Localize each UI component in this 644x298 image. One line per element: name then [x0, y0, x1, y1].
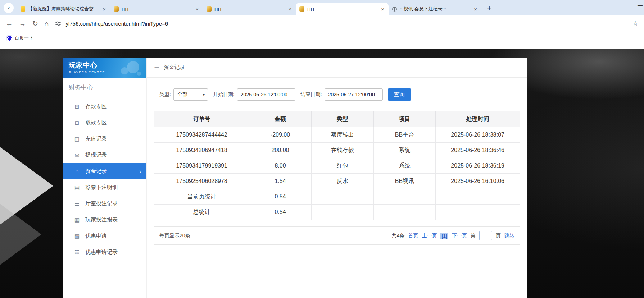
cell-type: 在线存款: [311, 143, 373, 158]
cell-order-id: 1750934206947418: [154, 143, 249, 158]
prev-page-link[interactable]: 上一页: [422, 233, 437, 239]
tab-hh-3[interactable]: HH ×: [296, 3, 389, 15]
cell-type: 红包: [311, 158, 373, 174]
recharge-records-icon: ◫: [74, 136, 80, 142]
start-date-input[interactable]: [237, 88, 295, 101]
sidebar: 玩家中心 PLAYERS CENTER 财务中心 ⊞ 存款专区 ⊟: [63, 58, 147, 298]
sidebar-item-funds-records[interactable]: ⌂ 资金记录 ›: [63, 163, 146, 179]
withdrawal-records-icon: ✉: [74, 152, 80, 159]
cell-amount: 1.54: [249, 174, 312, 189]
close-icon[interactable]: ×: [287, 6, 292, 12]
funds-records-table: 订单号 金额 类型 项目 处理时间: [154, 111, 520, 220]
type-select-value: 全部: [177, 91, 187, 98]
sidebar-item-label: 存款专区: [85, 103, 107, 110]
page-viewport: 玩家中心 PLAYERS CENTER 财务中心 ⊞ 存款专区 ⊟: [0, 45, 644, 298]
cell-time: 2025-06-26 18:36:46: [436, 143, 520, 158]
jump-suffix-label: 页: [496, 233, 501, 239]
sidebar-item-label: 取款专区: [85, 119, 107, 126]
cell-project: BB平台: [373, 127, 436, 143]
cell-project: 系统: [373, 158, 436, 174]
cell-amount: 0.54: [249, 189, 312, 205]
tab-hh-2[interactable]: HH ×: [203, 3, 296, 15]
sidebar-item-hall-bet-records[interactable]: ☰ 厅室投注记录: [63, 196, 146, 212]
table-row: 1750934179919391 8.00 红包 系统 2025-06-26 1…: [154, 158, 520, 174]
close-icon[interactable]: ×: [102, 6, 106, 12]
hamburger-icon: ☰: [154, 64, 159, 71]
tab-title: 【新提醒】海燕策略论坛综合交: [28, 6, 99, 12]
tab-title: HH: [307, 6, 377, 12]
column-header: 项目: [373, 111, 436, 127]
tab-hh-1[interactable]: HH ×: [110, 3, 203, 15]
cell-project: [373, 189, 436, 205]
forward-icon[interactable]: →: [19, 20, 26, 27]
sidebar-item-withdrawal-records[interactable]: ✉ 提现记录: [63, 147, 146, 163]
cell-type: 额度转出: [311, 127, 373, 143]
start-date-label: 开始日期:: [213, 91, 235, 98]
page-size-text: 每页显示20条: [159, 233, 190, 239]
sidebar-item-promo-apply[interactable]: ▧ 优惠申请: [63, 228, 146, 244]
sidebar-header: 玩家中心 PLAYERS CENTER: [63, 58, 146, 78]
reload-icon[interactable]: ↻: [32, 20, 38, 27]
column-header: 类型: [311, 111, 373, 127]
sidebar-item-recharge-records[interactable]: ◫ 充值记录: [63, 131, 146, 147]
sidebar-item-label: 资金记录: [85, 168, 107, 175]
minimize-button[interactable]: —: [638, 2, 643, 8]
cell-project: [373, 205, 436, 220]
cell-order-id: 1750925406028978: [154, 174, 249, 189]
sidebar-item-lottery-bet-details[interactable]: ▤ 彩票下注明细: [63, 179, 146, 196]
bookmark-label: 百度一下: [15, 35, 33, 41]
cell-amount: 8.00: [249, 158, 312, 174]
promo-apply-records-icon: ☷: [74, 249, 80, 256]
sidebar-item-deposit-area[interactable]: ⊞ 存款专区: [63, 98, 146, 115]
bookmark-baidu[interactable]: 百度一下: [4, 34, 36, 42]
current-page-indicator: [1]: [440, 233, 448, 239]
baidu-paw-icon: [6, 35, 12, 41]
table-row: 1750934206947418 200.00 在线存款 系统 2025-06-…: [154, 143, 520, 158]
withdraw-area-icon: ⊟: [74, 120, 80, 126]
pagination-bar: 每页显示20条 共4条 首页 上一页 [1] 下一页 第 页 跳转: [154, 226, 520, 245]
tab-video-bet-records[interactable]: :::视讯 会员下注纪录::: ×: [389, 3, 481, 15]
end-date-input[interactable]: [325, 88, 383, 101]
total-count-text: 共4条: [392, 233, 405, 239]
cell-order-id: 1750934287444442: [154, 127, 249, 143]
end-date-label: 结束日期:: [300, 91, 322, 98]
tab-search-button[interactable]: ˅: [4, 3, 14, 13]
sidebar-item-withdraw-area[interactable]: ⊟ 取款专区: [63, 115, 146, 131]
sidebar-item-player-bet-report[interactable]: ▦ 玩家投注报表: [63, 212, 146, 228]
jump-page-input[interactable]: [479, 231, 492, 240]
table-row: 当前页统计 0.54: [154, 189, 520, 205]
column-header: 订单号: [154, 111, 249, 127]
first-page-link[interactable]: 首页: [408, 233, 418, 239]
new-tab-button[interactable]: +: [484, 3, 494, 13]
cell-order-id: 总统计: [154, 205, 249, 220]
jump-button[interactable]: 跳转: [504, 233, 514, 239]
globe-icon: [392, 7, 397, 12]
chevron-down-icon: ˅: [8, 6, 10, 10]
tab-strip: ˅ 【新提醒】海燕策略论坛综合交 × HH × HH × HH: [0, 0, 644, 15]
search-button[interactable]: 查询: [388, 88, 411, 101]
cell-order-id: 1750934179919391: [154, 158, 249, 174]
close-icon[interactable]: ×: [195, 6, 199, 12]
column-header: 处理时间: [436, 111, 520, 127]
sidebar-item-promo-apply-records[interactable]: ☷ 优惠申请记录: [63, 244, 146, 260]
browser-window: ˅ 【新提醒】海燕策略论坛综合交 × HH × HH × HH: [0, 0, 644, 298]
type-select[interactable]: 全部 ▾: [173, 88, 208, 101]
sidebar-item-label: 玩家投注报表: [85, 216, 118, 223]
cell-project: 系统: [373, 143, 436, 158]
bookmark-star-icon[interactable]: ☆: [632, 19, 638, 27]
tab-title: HH: [122, 6, 192, 12]
sidebar-item-label: 优惠申请记录: [85, 249, 118, 256]
table-row: 总统计 0.54: [154, 205, 520, 220]
pagination-controls: 共4条 首页 上一页 [1] 下一页 第 页 跳转: [392, 231, 514, 240]
tab-forum[interactable]: 【新提醒】海燕策略论坛综合交 ×: [17, 3, 110, 15]
site-settings-icon[interactable]: [55, 20, 61, 27]
close-icon[interactable]: ×: [380, 6, 385, 12]
home-icon[interactable]: ⌂: [45, 20, 49, 27]
hall-bet-records-icon: ☰: [74, 201, 80, 207]
back-icon[interactable]: ←: [6, 20, 13, 27]
next-page-link[interactable]: 下一页: [452, 233, 467, 239]
url-text[interactable]: yl756.com/hhcp/usercenter.html?iniType=6: [65, 20, 168, 27]
close-icon[interactable]: ×: [473, 6, 478, 12]
tab-title: HH: [214, 6, 285, 12]
yellow-doc-icon: [21, 6, 25, 12]
